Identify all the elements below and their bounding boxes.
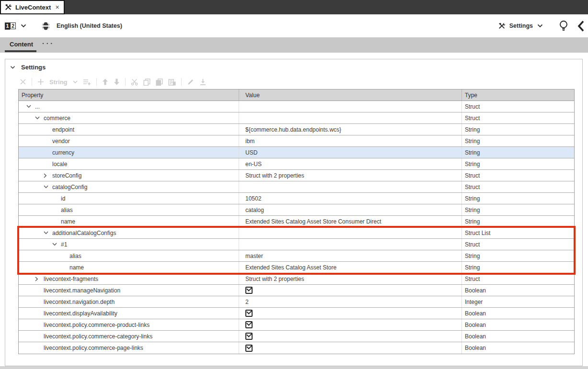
expander-right-icon[interactable] — [44, 173, 52, 178]
site-dropdown-chevron-icon[interactable] — [21, 24, 26, 28]
table-row[interactable]: id10502String — [19, 193, 574, 204]
type-label: String — [462, 193, 574, 204]
table-row[interactable]: storeConfigStruct with 2 propertiesStruc… — [19, 170, 574, 181]
move-down-button[interactable] — [114, 78, 120, 85]
add-property-button[interactable] — [37, 78, 44, 85]
locale-label[interactable]: English (United States) — [57, 22, 122, 29]
property-label: storeConfig — [52, 172, 81, 179]
type-label: String — [462, 124, 574, 135]
table-row[interactable]: currencyUSDString — [19, 147, 574, 158]
checkbox-checked-icon[interactable] — [245, 287, 253, 294]
type-label: String — [462, 135, 574, 146]
window-top-bar: LiveContext × — [0, 0, 588, 14]
settings-panel: Settings String — [5, 59, 583, 366]
tab-more[interactable]: ··· — [42, 40, 55, 47]
locale-globe-icon[interactable] — [42, 22, 50, 30]
value-label: USD — [245, 149, 257, 156]
lightbulb-icon[interactable] — [559, 20, 568, 32]
section-collapse-icon[interactable] — [10, 66, 15, 69]
type-label: String — [462, 250, 574, 261]
table-row[interactable]: aliasmasterString — [19, 250, 574, 262]
table-row[interactable]: livecontext.manageNavigationBoolean — [19, 285, 574, 296]
add-values-button[interactable] — [83, 78, 91, 86]
checkbox-checked-icon[interactable] — [245, 321, 253, 328]
value-label: ibm — [245, 138, 254, 145]
table-row[interactable]: additionalCatalogConfigsStruct List — [19, 227, 574, 239]
table-row[interactable]: livecontext.navigation.depth2Integer — [19, 296, 574, 308]
table-row[interactable]: #1Struct — [19, 239, 574, 250]
table-row[interactable]: catalogConfigStruct — [19, 181, 574, 193]
table-row[interactable]: vendoribmString — [19, 135, 574, 147]
value-label: Extended Sites Catalog Asset Store — [245, 264, 336, 271]
copy-filled-button[interactable] — [156, 78, 163, 86]
table-row[interactable]: aliascatalogString — [19, 204, 574, 216]
header-bar: 1 2 English (United States) Settings — [0, 14, 588, 37]
property-label: currency — [52, 149, 74, 156]
checkbox-checked-icon[interactable] — [245, 333, 253, 340]
settings-menu-label[interactable]: Settings — [509, 22, 533, 29]
type-label: String — [462, 262, 574, 273]
table-row[interactable]: livecontext.policy.commerce-product-link… — [19, 319, 574, 331]
type-dropdown-chevron-icon[interactable] — [73, 80, 78, 84]
property-label: vendor — [52, 138, 70, 145]
type-label: Boolean — [462, 342, 574, 354]
expander-down-icon[interactable] — [26, 105, 35, 108]
expander-down-icon[interactable] — [44, 185, 52, 189]
property-label: #1 — [61, 241, 67, 248]
property-label: name — [69, 264, 84, 271]
window-tab-livecontext[interactable]: LiveContext × — [0, 0, 65, 14]
settings-dropdown-chevron-icon[interactable] — [537, 24, 543, 28]
column-header-type[interactable]: Type — [462, 89, 574, 101]
bottom-edge — [0, 366, 588, 369]
property-label: locale — [52, 161, 67, 168]
table-row[interactable]: localeen-USString — [19, 158, 574, 170]
grid-header: Property Value Type — [19, 89, 574, 101]
type-label: String — [462, 147, 574, 158]
property-label: livecontext.policy.commerce-category-lin… — [44, 333, 152, 340]
settings-tools-icon — [498, 22, 506, 30]
paste-button[interactable] — [168, 78, 176, 86]
property-label: livecontext.policy.commerce-page-links — [44, 345, 143, 351]
property-label: livecontext-fragments — [44, 276, 98, 282]
value-label: Extended Sites Catalog Asset Store Consu… — [245, 218, 381, 225]
table-row[interactable]: ...Struct — [19, 101, 574, 112]
property-label: endpoint — [52, 126, 74, 133]
property-type-select[interactable]: String — [49, 78, 68, 86]
type-label: String — [462, 158, 574, 169]
type-label: Struct — [462, 170, 574, 181]
site-indicator-icon[interactable]: 1 2 — [5, 22, 16, 30]
table-row[interactable]: livecontext.policy.commerce-page-linksBo… — [19, 342, 574, 354]
tab-content[interactable]: Content — [10, 41, 33, 48]
table-row[interactable]: livecontext.policy.commerce-category-lin… — [19, 331, 574, 342]
expander-down-icon[interactable] — [44, 231, 52, 235]
checkbox-checked-icon[interactable] — [245, 345, 253, 352]
import-button[interactable] — [199, 78, 207, 86]
expander-down-icon[interactable] — [35, 116, 44, 120]
table-row[interactable]: nameExtended Sites Catalog Asset StoreSt… — [19, 262, 574, 273]
copy-button[interactable] — [143, 78, 150, 86]
close-icon[interactable]: × — [55, 4, 59, 11]
table-row[interactable]: endpoint${commerce.hub.data.endpoints.wc… — [19, 124, 574, 135]
type-label: Boolean — [462, 319, 574, 330]
remove-button[interactable] — [20, 78, 26, 85]
table-row[interactable]: commerceStruct — [19, 112, 574, 124]
checkbox-checked-icon[interactable] — [245, 310, 253, 317]
move-up-button[interactable] — [102, 78, 108, 85]
column-header-property[interactable]: Property — [19, 89, 239, 101]
type-label: Struct — [462, 112, 574, 123]
cut-button[interactable] — [131, 78, 138, 86]
expander-down-icon[interactable] — [52, 243, 61, 246]
table-row[interactable]: livecontext.displayAvailabilityBoolean — [19, 308, 574, 319]
site-indicator-digit-1: 1 — [5, 22, 10, 30]
edit-button[interactable] — [187, 78, 194, 86]
type-label: Struct — [462, 181, 574, 192]
table-row[interactable]: livecontext-fragmentsStruct with 2 prope… — [19, 273, 574, 285]
property-label: alias — [69, 253, 81, 259]
type-label: Integer — [462, 296, 574, 307]
column-header-value[interactable]: Value — [239, 89, 462, 101]
type-label: Boolean — [462, 285, 574, 296]
property-label: livecontext.displayAvailability — [44, 310, 117, 317]
collapse-panel-chevron-icon[interactable] — [577, 21, 584, 32]
expander-right-icon[interactable] — [35, 277, 44, 281]
table-row[interactable]: nameExtended Sites Catalog Asset Store C… — [19, 216, 574, 227]
